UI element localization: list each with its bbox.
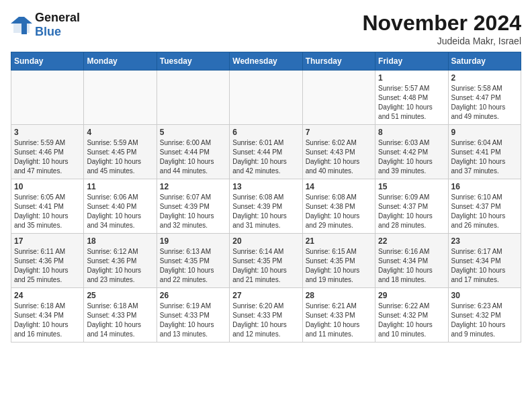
day-info: Sunrise: 5:59 AM Sunset: 4:46 PM Dayligh… bbox=[14, 138, 81, 176]
day-number: 5 bbox=[160, 128, 226, 137]
title-area: November 2024 Judeida Makr, Israel bbox=[362, 11, 521, 46]
calendar-day-cell: 11Sunrise: 6:06 AM Sunset: 4:40 PM Dayli… bbox=[84, 179, 157, 234]
day-info: Sunrise: 6:08 AM Sunset: 4:38 PM Dayligh… bbox=[306, 193, 372, 230]
day-number: 30 bbox=[451, 291, 518, 300]
page-header: General Blue November 2024 Judeida Makr,… bbox=[11, 11, 521, 46]
calendar-day-cell: 28Sunrise: 6:21 AM Sunset: 4:33 PM Dayli… bbox=[302, 288, 375, 342]
day-number: 22 bbox=[378, 236, 445, 246]
day-info: Sunrise: 6:17 AM Sunset: 4:34 PM Dayligh… bbox=[451, 247, 518, 285]
logo-blue: Blue bbox=[35, 25, 61, 38]
day-number: 16 bbox=[451, 182, 518, 191]
calendar-day-cell: 19Sunrise: 6:13 AM Sunset: 4:35 PM Dayli… bbox=[157, 234, 229, 288]
day-number: 13 bbox=[232, 182, 299, 191]
day-info: Sunrise: 6:06 AM Sunset: 4:40 PM Dayligh… bbox=[87, 193, 153, 230]
day-info: Sunrise: 6:20 AM Sunset: 4:33 PM Dayligh… bbox=[232, 302, 299, 339]
calendar-week-row: 24Sunrise: 6:18 AM Sunset: 4:34 PM Dayli… bbox=[11, 288, 521, 342]
calendar-day-cell: 13Sunrise: 6:08 AM Sunset: 4:39 PM Dayli… bbox=[230, 179, 302, 234]
calendar-day-cell bbox=[84, 71, 157, 125]
day-info: Sunrise: 6:23 AM Sunset: 4:32 PM Dayligh… bbox=[451, 302, 518, 339]
day-info: Sunrise: 6:09 AM Sunset: 4:37 PM Dayligh… bbox=[378, 193, 445, 230]
calendar-week-row: 3Sunrise: 5:59 AM Sunset: 4:46 PM Daylig… bbox=[11, 125, 521, 179]
weekday-header: Saturday bbox=[448, 52, 521, 71]
day-number: 8 bbox=[378, 128, 445, 137]
calendar-day-cell bbox=[230, 71, 302, 125]
calendar-day-cell: 16Sunrise: 6:10 AM Sunset: 4:37 PM Dayli… bbox=[448, 179, 521, 234]
calendar-day-cell: 27Sunrise: 6:20 AM Sunset: 4:33 PM Dayli… bbox=[230, 288, 302, 342]
calendar-day-cell: 23Sunrise: 6:17 AM Sunset: 4:34 PM Dayli… bbox=[448, 234, 521, 288]
day-number: 24 bbox=[14, 291, 81, 300]
day-info: Sunrise: 6:21 AM Sunset: 4:33 PM Dayligh… bbox=[306, 302, 372, 339]
calendar-table: SundayMondayTuesdayWednesdayThursdayFrid… bbox=[11, 52, 521, 342]
day-info: Sunrise: 6:15 AM Sunset: 4:35 PM Dayligh… bbox=[306, 247, 372, 285]
day-info: Sunrise: 5:59 AM Sunset: 4:45 PM Dayligh… bbox=[87, 138, 153, 176]
day-number: 12 bbox=[160, 182, 226, 191]
calendar-day-cell: 30Sunrise: 6:23 AM Sunset: 4:32 PM Dayli… bbox=[448, 288, 521, 342]
calendar-day-cell: 7Sunrise: 6:02 AM Sunset: 4:43 PM Daylig… bbox=[302, 125, 375, 179]
day-info: Sunrise: 6:04 AM Sunset: 4:41 PM Dayligh… bbox=[451, 138, 518, 176]
day-info: Sunrise: 6:03 AM Sunset: 4:42 PM Dayligh… bbox=[378, 138, 445, 176]
day-number: 20 bbox=[232, 236, 299, 246]
day-number: 15 bbox=[378, 182, 445, 191]
day-info: Sunrise: 6:18 AM Sunset: 4:33 PM Dayligh… bbox=[87, 302, 153, 339]
calendar-day-cell: 24Sunrise: 6:18 AM Sunset: 4:34 PM Dayli… bbox=[11, 288, 84, 342]
calendar-day-cell bbox=[302, 71, 375, 125]
calendar-day-cell: 10Sunrise: 6:05 AM Sunset: 4:41 PM Dayli… bbox=[11, 179, 84, 234]
day-info: Sunrise: 6:22 AM Sunset: 4:32 PM Dayligh… bbox=[378, 302, 445, 339]
day-info: Sunrise: 6:08 AM Sunset: 4:39 PM Dayligh… bbox=[232, 193, 299, 230]
weekday-header: Thursday bbox=[302, 52, 375, 71]
month-title: November 2024 bbox=[362, 11, 521, 36]
day-number: 4 bbox=[87, 128, 153, 137]
day-number: 11 bbox=[87, 182, 153, 191]
day-number: 17 bbox=[14, 236, 81, 246]
day-number: 19 bbox=[160, 236, 226, 246]
weekday-header: Monday bbox=[84, 52, 157, 71]
day-number: 3 bbox=[14, 128, 81, 137]
weekday-header: Wednesday bbox=[230, 52, 302, 71]
day-info: Sunrise: 6:12 AM Sunset: 4:36 PM Dayligh… bbox=[87, 247, 153, 285]
calendar-day-cell: 12Sunrise: 6:07 AM Sunset: 4:39 PM Dayli… bbox=[157, 179, 229, 234]
day-info: Sunrise: 6:07 AM Sunset: 4:39 PM Dayligh… bbox=[160, 193, 226, 230]
day-info: Sunrise: 6:13 AM Sunset: 4:35 PM Dayligh… bbox=[160, 247, 226, 285]
weekday-header: Tuesday bbox=[157, 52, 229, 71]
calendar-day-cell: 15Sunrise: 6:09 AM Sunset: 4:37 PM Dayli… bbox=[375, 179, 448, 234]
day-number: 9 bbox=[451, 128, 518, 137]
day-number: 7 bbox=[306, 128, 372, 137]
day-info: Sunrise: 6:19 AM Sunset: 4:33 PM Dayligh… bbox=[160, 302, 226, 339]
calendar-day-cell: 14Sunrise: 6:08 AM Sunset: 4:38 PM Dayli… bbox=[302, 179, 375, 234]
calendar-day-cell: 17Sunrise: 6:11 AM Sunset: 4:36 PM Dayli… bbox=[11, 234, 84, 288]
day-number: 2 bbox=[451, 73, 518, 83]
day-info: Sunrise: 5:57 AM Sunset: 4:48 PM Dayligh… bbox=[378, 84, 445, 122]
weekday-header-row: SundayMondayTuesdayWednesdayThursdayFrid… bbox=[11, 52, 521, 71]
calendar-week-row: 17Sunrise: 6:11 AM Sunset: 4:36 PM Dayli… bbox=[11, 234, 521, 288]
location-subtitle: Judeida Makr, Israel bbox=[362, 36, 521, 46]
calendar-day-cell: 4Sunrise: 5:59 AM Sunset: 4:45 PM Daylig… bbox=[84, 125, 157, 179]
day-number: 28 bbox=[306, 291, 372, 300]
calendar-day-cell: 3Sunrise: 5:59 AM Sunset: 4:46 PM Daylig… bbox=[11, 125, 84, 179]
day-number: 26 bbox=[160, 291, 226, 300]
day-number: 25 bbox=[87, 291, 153, 300]
day-info: Sunrise: 6:16 AM Sunset: 4:34 PM Dayligh… bbox=[378, 247, 445, 285]
day-info: Sunrise: 6:01 AM Sunset: 4:44 PM Dayligh… bbox=[232, 138, 299, 176]
day-number: 18 bbox=[87, 236, 153, 246]
calendar-day-cell: 2Sunrise: 5:58 AM Sunset: 4:47 PM Daylig… bbox=[448, 71, 521, 125]
calendar-day-cell: 20Sunrise: 6:14 AM Sunset: 4:35 PM Dayli… bbox=[230, 234, 302, 288]
logo: General Blue bbox=[11, 11, 80, 39]
calendar-day-cell: 22Sunrise: 6:16 AM Sunset: 4:34 PM Dayli… bbox=[375, 234, 448, 288]
day-info: Sunrise: 6:10 AM Sunset: 4:37 PM Dayligh… bbox=[451, 193, 518, 230]
day-info: Sunrise: 6:11 AM Sunset: 4:36 PM Dayligh… bbox=[14, 247, 81, 285]
weekday-header: Sunday bbox=[11, 52, 84, 71]
logo-icon bbox=[11, 15, 32, 34]
day-number: 27 bbox=[232, 291, 299, 300]
day-info: Sunrise: 6:00 AM Sunset: 4:44 PM Dayligh… bbox=[160, 138, 226, 176]
day-number: 14 bbox=[306, 182, 372, 191]
calendar-day-cell: 29Sunrise: 6:22 AM Sunset: 4:32 PM Dayli… bbox=[375, 288, 448, 342]
calendar-day-cell: 18Sunrise: 6:12 AM Sunset: 4:36 PM Dayli… bbox=[84, 234, 157, 288]
calendar-day-cell: 9Sunrise: 6:04 AM Sunset: 4:41 PM Daylig… bbox=[448, 125, 521, 179]
day-number: 21 bbox=[306, 236, 372, 246]
calendar-week-row: 10Sunrise: 6:05 AM Sunset: 4:41 PM Dayli… bbox=[11, 179, 521, 234]
day-info: Sunrise: 6:02 AM Sunset: 4:43 PM Dayligh… bbox=[306, 138, 372, 176]
day-number: 23 bbox=[451, 236, 518, 246]
day-info: Sunrise: 5:58 AM Sunset: 4:47 PM Dayligh… bbox=[451, 84, 518, 122]
calendar-day-cell: 6Sunrise: 6:01 AM Sunset: 4:44 PM Daylig… bbox=[230, 125, 302, 179]
calendar-week-row: 1Sunrise: 5:57 AM Sunset: 4:48 PM Daylig… bbox=[11, 71, 521, 125]
